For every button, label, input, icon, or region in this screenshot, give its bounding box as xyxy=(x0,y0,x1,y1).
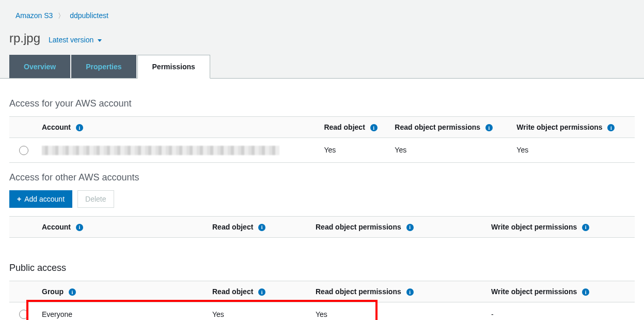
own-write-perm: Yes xyxy=(512,138,635,162)
other-accounts-table: Account Read object Read object permissi… xyxy=(9,216,635,238)
col-account: Account xyxy=(38,117,320,138)
own-read-perm: Yes xyxy=(390,138,512,162)
public-access-table: Group Read object Read object permission… xyxy=(9,281,635,320)
public-group: Everyone xyxy=(38,302,208,320)
col-select xyxy=(9,216,38,237)
col-read-obj: Read object xyxy=(320,117,390,138)
info-icon[interactable] xyxy=(76,224,83,231)
info-icon[interactable] xyxy=(406,288,414,296)
col-read-perm-label: Read object permissions xyxy=(395,123,480,131)
col-read-perm: Read object permissions xyxy=(390,117,512,138)
breadcrumb-bucket[interactable]: ddpublictest xyxy=(70,11,108,20)
own-account-table: Account Read object Read object permissi… xyxy=(9,116,635,163)
col-account-label: Account xyxy=(42,223,71,231)
info-icon[interactable] xyxy=(258,224,265,231)
info-icon[interactable] xyxy=(258,288,265,296)
caret-down-icon xyxy=(98,39,102,42)
permissions-panel: Access for your AWS account Account Read… xyxy=(0,79,644,320)
col-read-obj-label: Read object xyxy=(212,223,253,231)
info-icon[interactable] xyxy=(370,124,378,131)
chevron-right-icon: 〉 xyxy=(58,12,65,20)
info-icon[interactable] xyxy=(406,224,414,231)
col-write-perm: Write object permissions xyxy=(512,117,635,138)
info-icon[interactable] xyxy=(485,124,493,131)
delete-button: Delete xyxy=(77,190,114,208)
tabs: Overview Properties Permissions xyxy=(0,55,644,79)
col-account-label: Account xyxy=(42,123,71,131)
version-dropdown[interactable]: Latest version xyxy=(49,36,102,44)
info-icon[interactable] xyxy=(607,124,615,131)
public-everyone-row[interactable]: Everyone Yes Yes - xyxy=(9,302,635,320)
account-id-redacted xyxy=(42,146,279,155)
own-account-row[interactable]: Yes Yes Yes xyxy=(9,138,635,162)
breadcrumb: Amazon S3 〉 ddpublictest xyxy=(0,0,644,26)
col-write-perm-label: Write object permissions xyxy=(491,223,577,231)
tab-properties[interactable]: Properties xyxy=(71,55,136,78)
breadcrumb-root[interactable]: Amazon S3 xyxy=(15,11,53,20)
col-group-label: Group xyxy=(42,287,64,296)
col-read-obj: Read object xyxy=(208,216,311,237)
page-title: rp.jpg xyxy=(9,31,40,45)
row-radio[interactable] xyxy=(19,146,28,155)
info-icon[interactable] xyxy=(582,224,589,231)
col-read-perm: Read object permissions xyxy=(311,281,487,302)
col-read-perm: Read object permissions xyxy=(311,216,487,237)
col-write-perm: Write object permissions xyxy=(487,216,635,237)
col-select xyxy=(9,117,38,138)
col-write-perm: Write object permissions xyxy=(487,281,635,302)
own-read-obj: Yes xyxy=(320,138,390,162)
info-icon[interactable] xyxy=(69,288,76,296)
public-write-perm: - xyxy=(487,302,635,320)
col-read-obj: Read object xyxy=(208,281,311,302)
section-own-title: Access for your AWS account xyxy=(9,98,635,109)
col-account: Account xyxy=(38,216,208,237)
col-select xyxy=(9,281,38,302)
row-radio[interactable] xyxy=(19,310,28,319)
version-label: Latest version xyxy=(49,36,93,44)
info-icon[interactable] xyxy=(582,288,589,296)
col-read-perm-label: Read object permissions xyxy=(316,223,401,231)
col-group: Group xyxy=(38,281,208,302)
add-account-label: Add account xyxy=(24,195,65,203)
section-other-title: Access for other AWS accounts xyxy=(9,172,635,183)
col-write-perm-label: Write object permissions xyxy=(491,287,577,296)
col-read-obj-label: Read object xyxy=(324,123,365,131)
add-account-button[interactable]: +Add account xyxy=(9,190,72,208)
col-write-perm-label: Write object permissions xyxy=(516,123,602,131)
info-icon[interactable] xyxy=(76,124,83,131)
section-public-title: Public access xyxy=(9,263,635,273)
tab-overview[interactable]: Overview xyxy=(9,55,70,78)
plus-icon: + xyxy=(17,195,21,203)
public-read-obj: Yes xyxy=(208,302,311,320)
tab-permissions[interactable]: Permissions xyxy=(137,55,210,79)
col-read-obj-label: Read object xyxy=(212,287,253,296)
public-read-perm: Yes xyxy=(311,302,487,320)
col-read-perm-label: Read object permissions xyxy=(316,287,401,296)
